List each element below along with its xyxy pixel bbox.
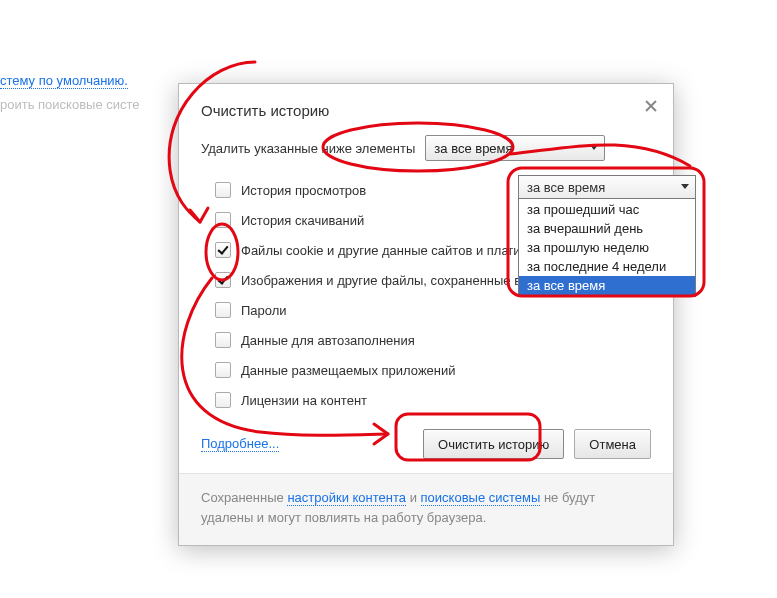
footer-text-prefix: Сохраненные: [201, 490, 287, 505]
dialog-header: Очистить историю: [179, 84, 673, 127]
cancel-button[interactable]: Отмена: [574, 429, 651, 459]
option-label: Пароли: [241, 303, 287, 318]
chevron-down-icon: [590, 145, 598, 150]
link-default-system[interactable]: стему по умолчанию.: [0, 73, 128, 89]
option-label: Лицензии на контент: [241, 393, 367, 408]
option-label: Файлы cookie и другие данные сайтов и пл…: [241, 243, 542, 258]
clear-history-button[interactable]: Очистить историю: [423, 429, 564, 459]
time-range-dropdown-expanded: за все время за прошедший часза вчерашни…: [518, 175, 696, 297]
option-checkbox[interactable]: [215, 272, 231, 288]
time-range-dropdown[interactable]: за все время: [425, 135, 605, 161]
time-range-value: за все время: [434, 141, 512, 156]
dropdown-option[interactable]: за все время: [519, 276, 695, 295]
dropdown-option[interactable]: за прошлую неделю: [519, 238, 695, 257]
delete-elements-label: Удалить указанные ниже элементы: [201, 141, 415, 156]
dialog-title: Очистить историю: [201, 102, 329, 119]
option-label: Данные размещаемых приложений: [241, 363, 456, 378]
option-label: История просмотров: [241, 183, 366, 198]
time-range-row: Удалить указанные ниже элементы за все в…: [201, 135, 651, 161]
dropdown-options: за прошедший часза вчерашний деньза прош…: [519, 199, 695, 296]
time-range-dropdown-expanded-head[interactable]: за все время: [519, 176, 695, 199]
footer-text-mid: и: [406, 490, 421, 505]
option-checkbox[interactable]: [215, 392, 231, 408]
chevron-down-icon: [681, 184, 689, 189]
option-row: Пароли: [215, 295, 651, 325]
option-label: Изображения и другие файлы, сохраненные …: [241, 273, 555, 288]
option-label: История скачиваний: [241, 213, 364, 228]
dropdown-option[interactable]: за вчерашний день: [519, 219, 695, 238]
more-link[interactable]: Подробнее...: [201, 436, 279, 452]
dropdown-option[interactable]: за прошедший час: [519, 200, 695, 219]
option-checkbox[interactable]: [215, 332, 231, 348]
footer-link-search-engines[interactable]: поисковые системы: [421, 490, 541, 506]
dropdown-option[interactable]: за последние 4 недели: [519, 257, 695, 276]
background-search-engines-text: роить поисковые систе: [0, 97, 140, 112]
close-icon[interactable]: [643, 98, 659, 114]
dialog-footer: Сохраненные настройки контента и поисков…: [179, 473, 673, 545]
option-checkbox[interactable]: [215, 362, 231, 378]
buttons: Очистить историю Отмена: [423, 429, 651, 459]
actions-row: Подробнее... Очистить историю Отмена: [201, 429, 651, 459]
option-checkbox[interactable]: [215, 212, 231, 228]
option-checkbox[interactable]: [215, 182, 231, 198]
option-row: Данные для автозаполнения: [215, 325, 651, 355]
option-row: Данные размещаемых приложений: [215, 355, 651, 385]
option-label: Данные для автозаполнения: [241, 333, 415, 348]
option-row: Лицензии на контент: [215, 385, 651, 415]
background-default-link: стему по умолчанию.: [0, 73, 128, 88]
footer-link-content-settings[interactable]: настройки контента: [287, 490, 406, 506]
clear-history-dialog: Очистить историю Удалить указанные ниже …: [178, 83, 674, 546]
option-checkbox[interactable]: [215, 242, 231, 258]
dropdown-head-label: за все время: [527, 180, 605, 195]
option-checkbox[interactable]: [215, 302, 231, 318]
